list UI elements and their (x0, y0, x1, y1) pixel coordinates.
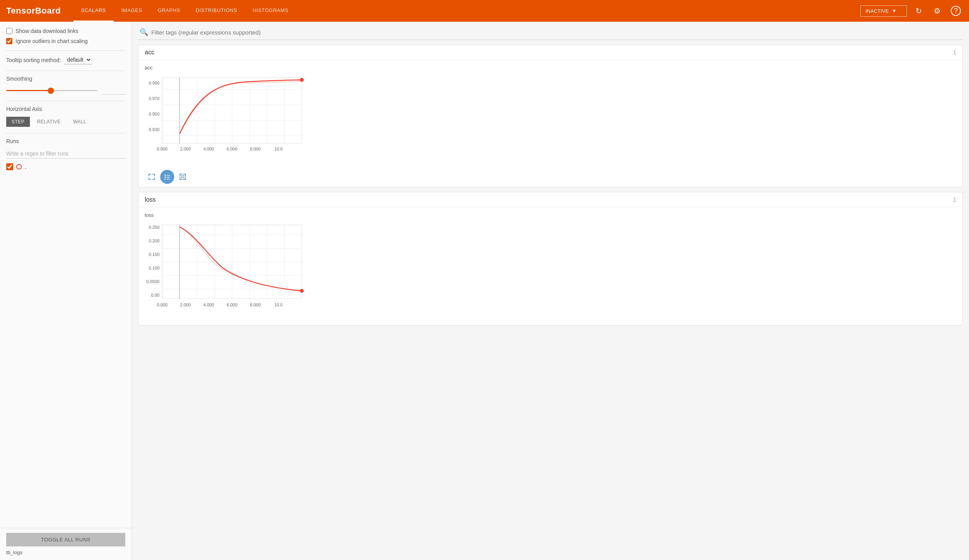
svg-rect-17 (154, 174, 155, 176)
smoothing-title: Smoothing (6, 76, 125, 82)
svg-point-46 (300, 289, 304, 293)
acc-fit-axes-button[interactable] (145, 170, 159, 184)
nav-graphs[interactable]: GRAPHS (150, 0, 188, 22)
app-logo: TensorBoard (6, 6, 61, 16)
sidebar-footer: TOGGLE ALL RUNS tb_logs (0, 528, 132, 560)
acc-card-header: acc 1 (138, 45, 962, 60)
svg-rect-19 (149, 178, 149, 180)
svg-text:0.200: 0.200 (149, 239, 159, 243)
svg-text:0.100: 0.100 (149, 266, 159, 270)
sidebar-content: Show data download links Ignore outliers… (0, 22, 132, 528)
svg-text:0.0500: 0.0500 (146, 279, 159, 284)
search-icon: 🔍 (140, 28, 148, 36)
svg-text:8.000: 8.000 (250, 147, 261, 151)
legend-icon (163, 173, 171, 181)
show-download-checkbox[interactable] (6, 28, 12, 34)
runs-title: Runs (6, 138, 125, 144)
acc-chart-controls (145, 170, 956, 184)
chevron-down-icon: ▼ (892, 8, 896, 14)
axis-relative-button[interactable]: RELATIVE (31, 117, 66, 127)
svg-rect-31 (185, 174, 186, 176)
nav-distributions[interactable]: DISTRIBUTIONS (188, 0, 245, 22)
svg-text:0.000: 0.000 (157, 147, 168, 151)
svg-rect-5 (162, 78, 302, 143)
loss-chart-card: loss 1 loss 0.250 0.200 0.15 (138, 192, 963, 325)
svg-text:0.00: 0.00 (151, 293, 159, 297)
tb-logs-label: tb_logs (6, 550, 125, 555)
zoom-icon (179, 173, 187, 181)
smoothing-section: Smoothing 0,489 (6, 76, 125, 95)
loss-inner-title: loss (145, 212, 956, 218)
divider-3 (6, 101, 125, 101)
tooltip-select[interactable]: default (64, 55, 92, 64)
tooltip-row: Tooltip sorting method: default (6, 55, 125, 64)
svg-rect-27 (166, 179, 170, 180)
main-content: 🔍 acc 1 acc (132, 22, 969, 560)
svg-rect-29 (180, 174, 180, 176)
acc-card-count: 1 (953, 49, 956, 55)
loss-card-body: loss 0.250 0.200 0.150 0.100 0.050 (138, 207, 962, 325)
svg-rect-24 (164, 176, 166, 178)
run-checkbox[interactable] (6, 163, 13, 170)
loss-chart-area: 0.250 0.200 0.150 0.100 0.0500 0.00 (145, 221, 956, 322)
svg-text:4.000: 4.000 (203, 302, 214, 307)
tag-filter-input[interactable] (151, 29, 961, 36)
run-name-label: . (25, 164, 26, 170)
main-nav: SCALARS IMAGES GRAPHS DISTRIBUTIONS HIST… (73, 0, 860, 22)
loss-card-header: loss 1 (138, 192, 962, 207)
axis-wall-button[interactable]: WALL (67, 117, 92, 127)
run-color-circle (16, 164, 22, 169)
inactive-dropdown[interactable]: INACTIVE ▼ (860, 5, 907, 17)
svg-text:0.250: 0.250 (149, 225, 159, 230)
svg-rect-36 (182, 176, 184, 178)
svg-point-7 (300, 78, 304, 82)
svg-text:0.930: 0.930 (149, 127, 159, 132)
settings-button[interactable]: ⚙ (930, 4, 944, 18)
acc-card-body: acc 0.990 0.970 0.950 0.930 (138, 60, 962, 187)
acc-chart-card: acc 1 acc 0.990 0.970 (138, 45, 963, 187)
refresh-button[interactable]: ↻ (912, 4, 926, 18)
svg-text:0.150: 0.150 (149, 252, 159, 257)
show-download-row[interactable]: Show data download links (6, 28, 125, 34)
svg-text:10.0: 10.0 (274, 147, 282, 151)
search-row: 🔍 (138, 25, 963, 40)
svg-text:4.000: 4.000 (203, 147, 214, 151)
ignore-outliers-checkbox[interactable] (6, 38, 12, 44)
horizontal-axis-title: Horizontal Axis (6, 106, 125, 112)
axis-step-button[interactable]: STEP (6, 117, 30, 127)
settings-icon: ⚙ (934, 6, 941, 16)
svg-text:2.000: 2.000 (180, 147, 191, 151)
header-right: INACTIVE ▼ ↻ ⚙ ? (860, 4, 963, 18)
smoothing-value-input[interactable]: 0,489 (102, 86, 125, 95)
runs-section: Runs . (6, 138, 125, 170)
svg-rect-33 (180, 177, 180, 180)
nav-images[interactable]: IMAGES (114, 0, 150, 22)
acc-chart-area: 0.990 0.970 0.950 0.930 (145, 74, 956, 167)
divider-1 (6, 50, 125, 51)
acc-zoom-button[interactable] (176, 170, 190, 184)
toggle-all-runs-button[interactable]: TOGGLE ALL RUNS (6, 533, 125, 546)
loss-card-count: 1 (953, 197, 956, 203)
svg-rect-26 (164, 178, 166, 180)
runs-filter-input[interactable] (6, 149, 125, 159)
ignore-outliers-row[interactable]: Ignore outliers in chart scaling (6, 38, 125, 44)
svg-rect-21 (154, 178, 155, 180)
acc-legend-button[interactable] (160, 170, 174, 184)
download-section: Show data download links Ignore outliers… (6, 28, 125, 44)
logo-text: TensorBoard (6, 6, 61, 16)
nav-scalars[interactable]: SCALARS (73, 0, 114, 22)
svg-text:6.000: 6.000 (227, 302, 237, 307)
svg-rect-23 (166, 175, 170, 176)
tooltip-section: Tooltip sorting method: default (6, 55, 125, 64)
help-button[interactable]: ? (949, 4, 963, 18)
loss-card-title: loss (145, 196, 156, 203)
nav-histograms[interactable]: HISTOGRAMS (245, 0, 296, 22)
inactive-label: INACTIVE (865, 8, 889, 14)
fit-axes-icon (148, 173, 156, 181)
smoothing-slider[interactable] (6, 90, 97, 91)
svg-rect-25 (166, 177, 170, 178)
show-download-label: Show data download links (16, 28, 78, 34)
ignore-outliers-label: Ignore outliers in chart scaling (16, 38, 88, 44)
acc-inner-title: acc (145, 65, 956, 71)
axis-buttons: STEP RELATIVE WALL (6, 117, 125, 127)
